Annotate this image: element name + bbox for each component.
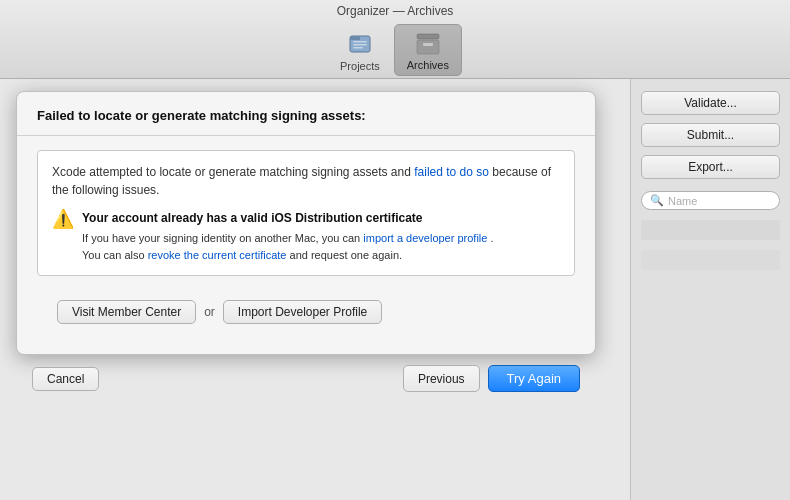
svg-rect-4 [353,47,363,49]
projects-icon [346,30,374,58]
warning-block: ⚠️ Your account already has a valid iOS … [52,209,560,263]
svg-rect-3 [353,44,367,46]
svg-rect-2 [353,41,367,43]
svg-rect-1 [350,36,360,40]
dialog-box: Failed to locate or generate matching si… [16,91,596,355]
dialog-action-row: Visit Member Center or Import Developer … [37,290,575,340]
titlebar: Organizer — Archives Projects Archives [0,0,790,79]
export-button[interactable]: Export... [641,155,780,179]
warning-detail-link2: revoke the current certificate [148,249,287,261]
warning-detail-part1b: . [490,232,493,244]
warning-detail-part1: If you have your signing identity on ano… [82,232,360,244]
intro-part1: Xcode attempted to locate or generate ma… [52,165,411,179]
toolbar: Projects Archives [328,24,462,76]
validate-button[interactable]: Validate... [641,91,780,115]
main-content: Failed to locate or generate matching si… [0,79,790,500]
warning-detail-part2b: and request one again. [290,249,403,261]
toolbar-archives-button[interactable]: Archives [394,24,462,76]
warning-detail-link1: import a developer profile [363,232,487,244]
dialog-title: Failed to locate or generate matching si… [37,108,366,123]
svg-rect-7 [423,43,433,46]
search-placeholder: Name [668,195,697,207]
submit-button[interactable]: Submit... [641,123,780,147]
toolbar-archives-label: Archives [407,59,449,71]
warning-detail-line1: If you have your signing identity on ano… [82,230,494,247]
warning-detail-part2a: You can also [82,249,145,261]
toolbar-projects-button[interactable]: Projects [328,26,392,76]
list-item-1 [641,220,780,240]
right-panel: Validate... Submit... Export... 🔍 Name [630,79,790,500]
previous-button[interactable]: Previous [403,365,480,392]
import-developer-profile-button[interactable]: Import Developer Profile [223,300,382,324]
warning-title: Your account already has a valid iOS Dis… [82,209,494,227]
btn-right-group: Previous Try Again [403,365,580,392]
svg-rect-6 [417,40,439,54]
or-label: or [204,305,215,319]
warning-text-block: Your account already has a valid iOS Dis… [82,209,494,263]
list-item-2 [641,250,780,270]
intro-link: failed to do so [414,165,489,179]
dialog-header: Failed to locate or generate matching si… [17,92,595,136]
search-icon: 🔍 [650,194,664,207]
dialog-body: Xcode attempted to locate or generate ma… [17,136,595,354]
bottom-buttons: Cancel Previous Try Again [16,355,596,408]
try-again-button[interactable]: Try Again [488,365,580,392]
window-title: Organizer — Archives [337,4,454,18]
dialog-description: Xcode attempted to locate or generate ma… [37,150,575,276]
dialog-intro: Xcode attempted to locate or generate ma… [52,163,560,199]
search-box[interactable]: 🔍 Name [641,191,780,210]
toolbar-projects-label: Projects [340,60,380,72]
svg-rect-5 [417,34,439,39]
warning-detail-line2: You can also revoke the current certific… [82,247,494,264]
dialog-area: Failed to locate or generate matching si… [0,79,630,500]
warning-icon: ⚠️ [52,210,74,228]
visit-member-center-button[interactable]: Visit Member Center [57,300,196,324]
archives-icon [414,29,442,57]
cancel-button[interactable]: Cancel [32,367,99,391]
